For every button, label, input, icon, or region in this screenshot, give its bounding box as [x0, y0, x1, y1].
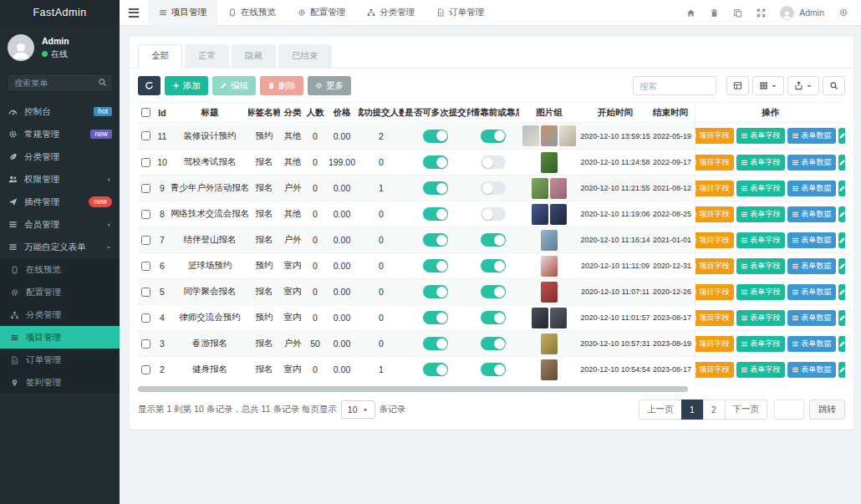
project-fields-button[interactable]: 项目字段 — [695, 232, 734, 248]
row-edit-button[interactable] — [838, 310, 846, 326]
header-title[interactable]: 标题 — [171, 103, 248, 122]
thumbnail[interactable] — [532, 308, 548, 328]
search-icon[interactable] — [98, 78, 107, 87]
row-edit-button[interactable] — [838, 181, 846, 196]
sidebar-item-custom-form[interactable]: 万能自定义表单 — [0, 236, 120, 258]
multi-toggle[interactable] — [423, 337, 448, 350]
sub-item-order[interactable]: 订单管理 — [0, 349, 120, 371]
form-data-button[interactable]: 表单数据 — [787, 181, 836, 196]
row-checkbox[interactable] — [141, 236, 150, 245]
add-button[interactable]: 添加 — [165, 76, 208, 95]
table-search-input[interactable] — [633, 76, 716, 95]
sidebar-item-auth[interactable]: 权限管理 — [0, 168, 120, 191]
thumbnail[interactable] — [541, 333, 558, 354]
thumbnail[interactable] — [559, 125, 576, 146]
tab-config-management[interactable]: 配置管理 — [287, 0, 356, 26]
row-checkbox[interactable] — [141, 288, 150, 297]
filter-tab-normal[interactable]: 正常 — [185, 44, 229, 69]
select-all-checkbox[interactable] — [141, 108, 150, 117]
filter-tab-all[interactable]: 全部 — [138, 44, 182, 69]
multi-toggle[interactable] — [423, 311, 448, 324]
sub-item-project[interactable]: 项目管理 — [0, 326, 120, 349]
project-fields-button[interactable]: 项目字段 — [695, 362, 734, 378]
jump-page-input[interactable] — [774, 400, 804, 420]
clear-cache-button[interactable] — [710, 8, 719, 18]
multi-toggle[interactable] — [423, 181, 448, 195]
thumbnail[interactable] — [532, 178, 548, 199]
search-button[interactable] — [823, 76, 845, 95]
multi-toggle[interactable] — [423, 130, 448, 143]
edit-button[interactable]: 编辑 — [212, 76, 256, 95]
header-tag[interactable]: 标签名称 — [248, 103, 280, 122]
delete-button[interactable]: 删除 — [260, 76, 303, 95]
table-row[interactable]: 9 青少年户外活动报名 报名 户外 0 0.00 1 2020-12-10 11… — [138, 175, 845, 201]
more-button[interactable]: 更多 — [308, 76, 351, 95]
detail-order-toggle[interactable] — [481, 181, 506, 195]
detail-order-toggle[interactable] — [481, 155, 506, 169]
multi-toggle[interactable] — [423, 363, 448, 376]
project-fields-button[interactable]: 项目字段 — [695, 155, 734, 171]
thumbnail[interactable] — [541, 125, 558, 146]
detail-order-toggle[interactable] — [481, 311, 506, 324]
page-2-button[interactable]: 2 — [703, 400, 726, 420]
form-data-button[interactable]: 表单数据 — [787, 128, 836, 144]
sidebar-item-addon[interactable]: 插件管理 new — [0, 191, 120, 213]
sub-item-category[interactable]: 分类管理 — [0, 303, 120, 326]
form-data-button[interactable]: 表单数据 — [787, 155, 836, 171]
sidebar-item-general[interactable]: 常规管理 new — [0, 123, 120, 145]
form-fields-button[interactable]: 表单字段 — [736, 336, 785, 352]
thumbnail[interactable] — [532, 204, 548, 225]
refresh-button[interactable] — [138, 76, 160, 95]
user-menu[interactable]: Admin — [780, 6, 824, 20]
filter-tab-finished[interactable]: 已结束 — [278, 44, 332, 69]
form-fields-button[interactable]: 表单字段 — [736, 232, 785, 248]
log-button[interactable] — [733, 8, 742, 18]
form-fields-button[interactable]: 表单字段 — [736, 310, 785, 326]
header-category[interactable]: 分类 — [280, 103, 305, 122]
fullscreen-button[interactable] — [757, 8, 766, 18]
table-row[interactable]: 5 同学聚会报名 报名 室内 0 0.00 0 2020-12-10 11:07… — [138, 278, 845, 304]
project-fields-button[interactable]: 项目字段 — [695, 310, 734, 326]
home-button[interactable] — [686, 8, 695, 18]
detail-order-toggle[interactable] — [481, 285, 506, 298]
tab-project-management[interactable]: 项目管理 — [148, 0, 217, 26]
detail-order-toggle[interactable] — [481, 233, 506, 247]
export-button[interactable] — [787, 76, 819, 95]
sub-item-signin[interactable]: 签到管理 — [0, 371, 120, 394]
thumbnail[interactable] — [550, 178, 567, 199]
sub-item-config[interactable]: 配置管理 — [0, 281, 120, 303]
settings-button[interactable] — [838, 8, 848, 18]
detail-order-toggle[interactable] — [481, 207, 506, 221]
project-fields-button[interactable]: 项目字段 — [695, 206, 734, 222]
horizontal-scrollbar[interactable] — [138, 386, 688, 392]
form-fields-button[interactable]: 表单字段 — [736, 206, 785, 222]
header-end-time[interactable]: 结束时间 — [651, 103, 695, 122]
row-checkbox[interactable] — [141, 131, 150, 140]
project-fields-button[interactable]: 项目字段 — [695, 128, 734, 144]
detail-order-toggle[interactable] — [481, 363, 506, 376]
sidebar-item-category[interactable]: 分类管理 — [0, 145, 120, 168]
thumbnail[interactable] — [541, 256, 558, 277]
row-checkbox[interactable] — [141, 184, 150, 193]
next-page-button[interactable]: 下一页 — [725, 400, 768, 420]
header-start-time[interactable]: 开始时间 — [579, 103, 651, 122]
header-images[interactable]: 图片组 — [519, 103, 579, 122]
header-detail-order[interactable]: 详情靠前或靠后 — [467, 103, 519, 122]
form-data-button[interactable]: 表单数据 — [787, 206, 836, 222]
prev-page-button[interactable]: 上一页 — [639, 400, 682, 420]
row-edit-button[interactable] — [838, 258, 846, 274]
table-row[interactable]: 11 装修设计预约 预约 其他 0 0.00 2 2020-12-10 13:5… — [138, 123, 845, 149]
menu-search-input[interactable] — [7, 74, 113, 92]
table-row[interactable]: 6 篮球场预约 预约 室内 0 0.00 0 2020-12-10 11:11:… — [138, 252, 845, 278]
sidebar-item-member[interactable]: 会员管理 — [0, 213, 120, 236]
thumbnail[interactable] — [550, 308, 567, 328]
row-checkbox[interactable] — [141, 262, 150, 271]
table-row[interactable]: 4 律师交流会预约 预约 室内 0 0.00 0 2020-12-10 11:0… — [138, 304, 845, 330]
project-fields-button[interactable]: 项目字段 — [695, 181, 734, 196]
row-edit-button[interactable] — [838, 232, 846, 248]
row-checkbox[interactable] — [141, 210, 150, 219]
table-row[interactable]: 10 驾校考试报名 报名 其他 0 199.00 0 2020-12-10 11… — [138, 149, 845, 175]
form-fields-button[interactable]: 表单字段 — [736, 362, 785, 378]
form-data-button[interactable]: 表单数据 — [787, 232, 836, 248]
multi-toggle[interactable] — [423, 259, 448, 272]
